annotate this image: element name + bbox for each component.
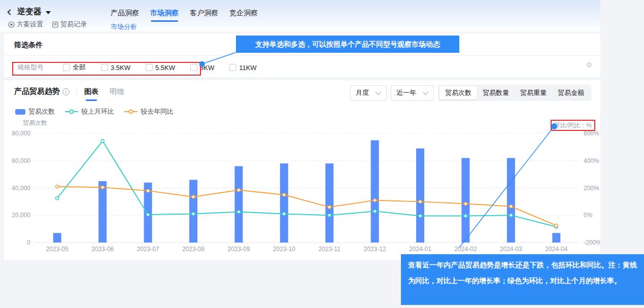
filter-title: 筛选条件 [14, 41, 43, 50]
tab-product-insight[interactable]: 产品洞察 [111, 9, 139, 18]
svg-text:-200%: -200% [584, 239, 600, 246]
checkbox-option-3-5kw[interactable]: 3.5KW [101, 64, 130, 72]
legend-label: 较去年同比 [141, 107, 174, 116]
legend-item-yoy[interactable]: 较去年同比 [124, 107, 174, 116]
scheme-settings-label: 方案设置 [17, 20, 43, 29]
checkbox-label: 8KW [200, 64, 214, 72]
metric-segmented-control: 贸易次数 贸易数量 贸易重量 贸易金额 [438, 85, 591, 101]
svg-text:2023-05: 2023-05 [46, 246, 69, 253]
header-actions: 方案设置 贸易记录 [8, 20, 87, 29]
checkbox-option-11kw[interactable]: 11KW [229, 64, 256, 72]
trend-title: 产品贸易趋势 [14, 87, 60, 96]
period-select[interactable]: 月度 [350, 85, 387, 100]
filter-settings-icon[interactable]: ⚙ [586, 61, 592, 69]
back-icon[interactable] [7, 9, 13, 15]
metric-trade-quantity[interactable]: 贸易数量 [477, 86, 515, 99]
checkbox-option-5-5kw[interactable]: 5.5KW [146, 64, 175, 72]
svg-text:2023-10: 2023-10 [273, 246, 295, 253]
checkbox-label: 11KW [239, 64, 256, 72]
spec-model-label: 规格型号 [17, 63, 44, 72]
legend-label: 较上月环比 [81, 107, 114, 116]
tab-market-insight[interactable]: 市场洞察 [150, 9, 179, 18]
legend-item-trade-count[interactable]: 贸易次数 [15, 107, 55, 116]
svg-text:2024-03: 2024-03 [500, 246, 522, 253]
svg-text:80,000: 80,000 [12, 130, 30, 137]
main-tabs: 产品洞察 市场洞察 客户洞察 竞企洞察 [111, 9, 258, 18]
trend-tooltip: 查看近一年内产品贸易趋势是增长还是下跌，包括环比和同比。注：黄线为同比，对比上一… [401, 254, 644, 305]
tab-customer-insight[interactable]: 客户洞察 [190, 9, 218, 18]
legend-bar-swatch [15, 109, 25, 115]
trend-card: 产品贸易趋势 i 图表 明细 月度 近一年 贸易次数 贸易数量 贸易重量 贸易金… [4, 80, 600, 260]
legend-item-mom[interactable]: 较上月环比 [65, 107, 114, 116]
tab-competitor-insight[interactable]: 竞企洞察 [229, 9, 258, 18]
checkbox-5-5kw[interactable] [146, 64, 153, 71]
svg-text:2023-09: 2023-09 [227, 246, 250, 253]
svg-text:2023-12: 2023-12 [364, 246, 386, 253]
metric-trade-amount[interactable]: 贸易金额 [552, 86, 590, 99]
target-icon [8, 21, 15, 28]
checkbox-3-5kw[interactable] [101, 64, 108, 71]
view-tab-chart[interactable]: 图表 [84, 87, 98, 96]
svg-text:600%: 600% [584, 130, 599, 137]
svg-text:40,000: 40,000 [12, 185, 30, 192]
trade-records-label: 贸易记录 [60, 20, 87, 29]
checkbox-all[interactable] [63, 64, 70, 71]
legend-line-swatch [65, 109, 78, 115]
svg-text:2024-02: 2024-02 [454, 246, 477, 253]
svg-text:2023-11: 2023-11 [319, 246, 341, 253]
svg-text:0%: 0% [584, 212, 593, 219]
title-dropdown-icon[interactable] [46, 11, 51, 14]
top-header: 逆变器 方案设置 贸易记录 产品洞察 市场洞察 客户洞察 竞企洞察 市场分析 [0, 0, 600, 31]
range-select[interactable]: 近一年 [391, 85, 434, 100]
svg-text:贸易次数: 贸易次数 [23, 119, 47, 126]
svg-text:200%: 200% [584, 185, 599, 192]
checkbox-label: 全部 [73, 63, 86, 72]
checkbox-label: 5.5KW [155, 64, 175, 72]
legend-label: 贸易次数 [28, 107, 55, 116]
checkbox-8kw[interactable] [190, 64, 197, 71]
filter-tooltip: 支持单选和多选，可以按照单个产品不同型号观察市场动态 [236, 36, 459, 53]
svg-text:20,000: 20,000 [12, 212, 30, 219]
svg-text:400%: 400% [584, 157, 599, 164]
svg-text:2023-08: 2023-08 [182, 246, 205, 253]
checkbox-option-8kw[interactable]: 8KW [190, 64, 214, 72]
trade-trend-chart: 80,00060,00040,00020,0000600%400%200%0%-… [4, 116, 600, 260]
view-tab-detail[interactable]: 明细 [110, 87, 124, 96]
document-icon [52, 21, 58, 28]
divider [4, 55, 600, 56]
metric-trade-count[interactable]: 贸易次数 [439, 86, 477, 99]
svg-text:2024-01: 2024-01 [409, 246, 431, 253]
info-icon[interactable]: i [62, 88, 70, 95]
chevron-down-icon [423, 89, 428, 95]
chevron-down-icon [376, 89, 381, 95]
metric-trade-weight[interactable]: 贸易重量 [515, 86, 552, 99]
chart-legend: 贸易次数 较上月环比 较去年同比 [15, 107, 174, 116]
spec-model-filter-row: 规格型号 全部 3.5KW 5.5KW 8KW 11KW [17, 63, 272, 72]
page-title: 逆变器 [17, 7, 42, 17]
trade-records-button[interactable]: 贸易记录 [52, 20, 87, 29]
checkbox-label: 3.5KW [111, 64, 130, 72]
trend-controls: 月度 近一年 贸易次数 贸易数量 贸易重量 贸易金额 [350, 85, 591, 101]
period-select-value: 月度 [356, 88, 369, 97]
checkbox-option-all[interactable]: 全部 [63, 63, 86, 72]
scheme-settings-button[interactable]: 方案设置 [8, 20, 43, 29]
subnav-market-analysis[interactable]: 市场分析 [111, 22, 137, 35]
svg-text:60,000: 60,000 [12, 157, 30, 164]
svg-text:2023-06: 2023-06 [91, 246, 114, 253]
checkbox-11kw[interactable] [229, 64, 236, 71]
svg-text:2024-04: 2024-04 [545, 246, 567, 253]
svg-text:0: 0 [27, 239, 30, 246]
product-title-group[interactable]: 逆变器 [8, 7, 51, 17]
range-select-value: 近一年 [396, 88, 416, 97]
trend-header: 产品贸易趋势 i 图表 明细 [14, 87, 135, 96]
svg-text:2023-07: 2023-07 [137, 246, 159, 253]
legend-line-swatch [124, 109, 138, 115]
divider [77, 88, 77, 95]
